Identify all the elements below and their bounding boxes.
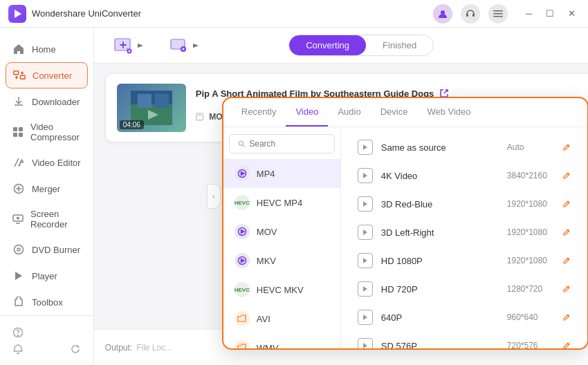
sidebar-item-player[interactable]: Player [0,263,93,289]
svg-marker-59 [363,230,367,235]
format-tab-audio[interactable]: Audio [328,98,370,127]
recently-tab-label: Recently [241,106,277,117]
sidebar-label-home: Home [32,44,56,55]
svg-point-48 [239,141,243,145]
sidebar-label-video-compressor: Video Compressor [30,122,81,142]
quality-name-6: 640P [381,312,507,323]
sidebar-item-converter[interactable]: Converter [6,62,88,88]
quality-edit-5[interactable] [562,283,571,294]
quality-edit-0[interactable] [562,142,571,153]
quality-res-0: Auto [507,142,562,152]
sidebar-bottom-help[interactable] [0,321,93,344]
sidebar-item-dvd-burner[interactable]: DVD Burner [0,236,93,263]
sidebar-item-downloader[interactable]: Downloader [0,88,93,115]
sidebar-bottom-refresh[interactable] [70,344,81,357]
svg-rect-3 [472,14,475,17]
svg-rect-7 [14,71,19,75]
format-hevc-mp4-label: HEVC MP4 [257,198,302,208]
quality-row-3d-red-blue[interactable]: 3D Red-Blue 1920*1080 [347,190,582,218]
close-button[interactable]: ✕ [564,7,580,20]
quality-play-icon-3 [358,225,373,240]
sidebar-bottom-notifications[interactable] [12,344,24,357]
svg-marker-62 [363,315,367,320]
screen-recorder-icon [12,213,24,225]
toolbox-icon [12,296,25,308]
quality-name-5: HD 720P [381,284,507,294]
search-input[interactable] [249,139,326,149]
format-search-box[interactable] [229,134,335,153]
quality-row-3d-left-right[interactable]: 3D Left-Right 1920*1080 [347,218,582,246]
format-mkv-label: MKV [257,256,276,266]
sidebar-label-player: Player [32,271,57,281]
format-item-mov[interactable]: MOV [223,217,340,246]
quality-play-icon-4 [358,253,373,268]
format-item-avi[interactable]: AVI [223,304,340,333]
svg-rect-34 [138,94,151,108]
svg-marker-27 [138,44,143,48]
maximize-button[interactable]: ☐ [542,7,558,20]
video-editor-icon [12,156,25,169]
sidebar-item-home[interactable]: Home [0,36,93,62]
quality-row-sd-576p[interactable]: SD 576P 720*576 [347,332,582,348]
format-tab-web-video[interactable]: Web Video [417,98,480,127]
user-avatar[interactable] [433,4,452,24]
format-tab-device[interactable]: Device [371,98,418,127]
headset-icon[interactable] [461,4,480,24]
format-tab-video[interactable]: Video [286,98,328,127]
app-title: Wondershare UniConverter [32,8,433,19]
quality-play-icon-0 [358,140,373,155]
format-hevc-mkv-label: HEVC MKV [257,285,304,295]
hevc-mkv-icon: HEVC [235,282,250,297]
add-files-button[interactable] [107,32,151,59]
sidebar-label-downloader: Downloader [32,97,80,107]
format-item-mp4[interactable]: MP4 [223,159,340,188]
quality-res-1: 3840*2160 [507,171,562,180]
svg-marker-53 [241,230,244,234]
format-tab-recently[interactable]: Recently [232,98,286,127]
quality-play-icon-6 [358,310,373,325]
svg-point-21 [17,248,20,251]
quality-edit-3[interactable] [562,227,571,238]
hevc-mp4-icon: HEVC [235,195,250,210]
sidebar-label-converter: Converter [33,71,72,81]
sidebar-collapse-button[interactable]: ‹ [207,184,221,209]
quality-edit-6[interactable] [562,312,571,323]
device-tab-label: Device [380,106,408,117]
format-item-mkv[interactable]: MKV [223,246,340,275]
thumbnail-overlay: 04:06 [120,120,144,129]
quality-edit-2[interactable] [562,198,571,209]
quality-name-3: 3D Left-Right [381,227,507,238]
finished-tab[interactable]: Finished [366,35,433,55]
quality-row-same-as-source[interactable]: Same as source Auto [347,133,582,161]
menu-icon[interactable] [488,4,508,24]
svg-rect-4 [493,10,503,12]
format-item-hevc-mkv[interactable]: HEVC HEVC MKV [223,275,340,304]
svg-point-13 [19,165,21,167]
sidebar: Home Converter Downloader Video Compress… [0,28,94,365]
quality-edit-7[interactable] [562,340,571,348]
sidebar-item-merger[interactable]: Merger [0,176,93,202]
avi-icon [235,311,250,326]
quality-edit-4[interactable] [562,255,571,266]
converting-tab[interactable]: Converting [289,35,366,55]
svg-point-20 [15,245,24,254]
main-layout: Home Converter Downloader Video Compress… [0,28,588,365]
home-icon [12,43,25,55]
svg-rect-5 [493,13,503,15]
sidebar-item-toolbox[interactable]: Toolbox [0,289,93,315]
sidebar-item-screen-recorder[interactable]: Screen Recorder [0,202,93,236]
format-item-hevc-mp4[interactable]: HEVC HEVC MP4 [223,188,340,217]
sidebar-item-video-compressor[interactable]: Video Compressor [0,115,93,149]
format-mp4-label: MP4 [257,169,275,179]
format-mov-label: MOV [257,227,277,237]
quality-row-hd-1080p[interactable]: HD 1080P 1920*1080 [347,247,582,274]
svg-rect-8 [20,75,25,79]
format-item-wmv[interactable]: WMV [223,333,340,348]
quality-row-hd-720p[interactable]: HD 720P 1280*720 [347,275,582,303]
minimize-button[interactable]: ─ [522,7,536,20]
sidebar-item-video-editor[interactable]: Video Editor [0,149,93,176]
add-screen-button[interactable] [162,32,206,59]
quality-row-4k[interactable]: 4K Video 3840*2160 [347,162,582,189]
quality-edit-1[interactable] [562,170,571,181]
quality-row-640p[interactable]: 640P 960*640 [347,303,582,331]
